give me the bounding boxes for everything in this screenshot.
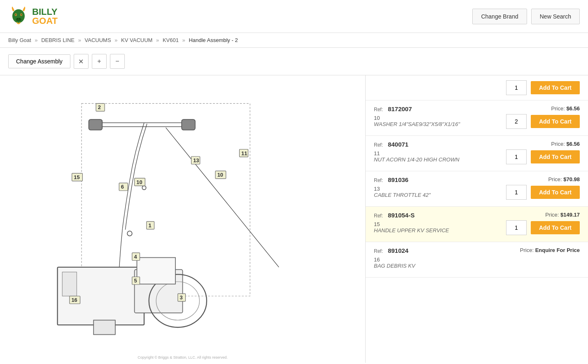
qty-input-3[interactable] [506,220,527,235]
svg-text:13: 13 [193,157,199,163]
breadcrumb-kv601[interactable]: KV601 [163,37,179,43]
qty-input-partial[interactable] [506,80,527,95]
part-number-4: 891024 [388,247,408,254]
svg-point-5 [16,18,21,21]
svg-text:5: 5 [134,278,137,284]
ref-label-1: Ref: [374,142,383,148]
part-row-3: Ref: 891054-S Price: $149.17 15 HANDLE U… [366,207,588,242]
main-content: .label-box { fill: #f0f0d0; stroke: #666… [0,75,588,363]
breadcrumb-billy-goat[interactable]: Billy Goat [8,37,31,43]
add-to-cart-btn-partial[interactable]: Add To Cart [531,81,580,94]
part-desc-0: WASHER 1/4"SAE9/32"X5/8"X1/16" [374,121,460,127]
part-row-2: Ref: 891036 Price: $70.98 13 CABLE THROT… [366,171,588,207]
zoom-in-icon: + [97,58,101,65]
ref-num-0: 10 [374,115,382,121]
change-brand-button[interactable]: Change Brand [472,9,527,24]
svg-text:15: 15 [74,174,79,180]
brand-line1: BILLY [32,7,58,16]
new-search-button[interactable]: New Search [531,9,580,24]
expand-button[interactable]: ✕ [74,54,89,69]
svg-text:11: 11 [241,150,247,156]
svg-text:4: 4 [134,254,137,260]
add-to-cart-btn-0[interactable]: Add To Cart [531,115,580,128]
breadcrumb-kv-vacuum[interactable]: KV VACUUM [121,37,152,43]
part-number-2: 891036 [388,176,408,183]
price-0: Price: $6.56 [551,105,580,112]
billy-goat-logo-icon [8,5,29,28]
svg-point-21 [127,231,132,236]
breadcrumb-sep-5: » [182,37,185,43]
ref-num-4: 16 [374,257,382,263]
part-desc-2: CABLE THROTTLE 42" [374,192,431,198]
brand-line2: GOAT [32,16,58,26]
svg-rect-20 [137,258,175,284]
part-desc-1: NUT ACORN 1/4-20 HIGH CROWN [374,156,460,163]
part-actions-3: Add To Cart [506,220,580,235]
partial-top-row: Add To Cart [366,75,588,100]
change-assembly-button[interactable]: Change Assembly [8,54,70,68]
toolbar: Change Assembly ✕ + − [0,48,588,75]
parts-diagram: .label-box { fill: #f0f0d0; stroke: #666… [4,79,361,359]
svg-text:2: 2 [98,104,101,110]
parts-panel[interactable]: Add To Cart Ref: 8172007 Price: $6.56 10… [366,75,588,363]
svg-text:16: 16 [71,297,77,303]
svg-rect-11 [89,119,103,130]
breadcrumb-vacuums[interactable]: VACUUMS [85,37,111,43]
price-1: Price: $6.56 [551,141,580,147]
svg-text:1: 1 [149,222,152,229]
part-actions-2: Add To Cart [506,185,580,200]
svg-text:3: 3 [180,294,182,301]
expand-icon: ✕ [78,58,84,65]
add-to-cart-btn-2[interactable]: Add To Cart [531,186,580,199]
add-to-cart-btn-3[interactable]: Add To Cart [531,221,580,234]
ref-num-2: 13 [374,186,382,192]
add-to-cart-btn-1[interactable]: Add To Cart [531,150,580,163]
zoom-in-button[interactable]: + [92,54,107,69]
ref-label-0: Ref: [374,107,383,112]
ref-label-4: Ref: [374,248,383,254]
svg-rect-12 [182,119,195,130]
svg-text:10: 10 [217,172,223,178]
part-desc-3: HANDLE UPPER KV SERVICE [374,227,449,233]
brand-name-text: BILLY GOAT [32,7,58,26]
breadcrumb-debris-line[interactable]: DEBRIS LINE [41,37,75,43]
svg-rect-15 [62,272,77,296]
svg-point-6 [17,19,18,20]
svg-point-22 [142,186,146,189]
zoom-out-button[interactable]: − [110,54,125,69]
zoom-out-icon: − [115,58,119,65]
ref-label-2: Ref: [374,177,383,183]
breadcrumb-sep-3: » [114,37,117,43]
ref-num-1: 11 [374,150,382,156]
copyright-text: Copyright © Briggs & Stratton, LLC. All … [138,355,228,359]
svg-text:6: 6 [121,184,124,190]
part-desc-4: BAG DEBRIS KV [374,263,580,269]
part-actions-0: Add To Cart [506,114,580,129]
diagram-panel: .label-box { fill: #f0f0d0; stroke: #666… [0,75,366,363]
header: BILLY GOAT Change Brand New Search [0,0,588,33]
breadcrumb-sep-4: » [156,37,159,43]
part-number-0: 8172007 [388,105,412,112]
part-number-1: 840071 [388,141,408,148]
breadcrumb-sep-2: » [78,37,81,43]
price-2: Price: $70.98 [548,176,580,182]
svg-text:10: 10 [136,179,142,185]
part-row-4: Ref: 891024 Price: Enquire For Price 16 … [366,242,588,278]
price-3: Price: $149.17 [545,212,580,218]
svg-point-7 [19,19,20,20]
svg-point-4 [21,14,22,15]
qty-input-0[interactable] [506,114,527,129]
breadcrumb: Billy Goat » DEBRIS LINE » VACUUMS » KV … [0,33,588,48]
ref-num-3: 15 [374,221,382,227]
breadcrumb-sep-1: » [35,37,37,43]
qty-input-1[interactable] [506,149,527,164]
svg-line-13 [166,128,279,267]
svg-rect-19 [93,320,115,334]
qty-input-2[interactable] [506,185,527,200]
part-actions-1: Add To Cart [506,149,580,164]
ref-label-3: Ref: [374,213,383,219]
breadcrumb-current: Handle Assembly - 2 [189,37,238,43]
part-number-3: 891054-S [388,212,415,219]
logo-area: BILLY GOAT [8,5,58,28]
part-row-0: Ref: 8172007 Price: $6.56 10 WASHER 1/4"… [366,100,588,136]
